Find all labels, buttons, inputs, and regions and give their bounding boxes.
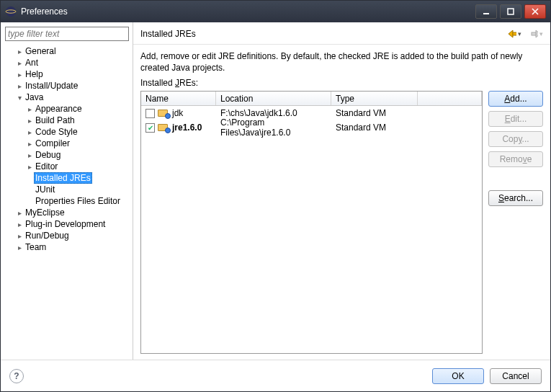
twisty-closed-icon[interactable]: ▸	[15, 220, 24, 228]
help-icon: ?	[14, 371, 19, 381]
side-buttons: Add... Edit... Copy... Remove	[488, 91, 543, 354]
tree-item[interactable]: ▸MyEclipse	[5, 207, 131, 218]
help-button[interactable]: ?	[9, 369, 24, 383]
search-button[interactable]: Search...	[488, 190, 543, 206]
tree-item-label: Build Path	[34, 115, 76, 125]
ok-button[interactable]: OK	[432, 368, 484, 384]
table-body: jdkF:\chs\Java\jdk1.6.0Standard VM✔jre1.…	[141, 106, 482, 353]
twisty-closed-icon[interactable]: ▸	[25, 128, 34, 136]
cell-type: Standard VM	[331, 122, 418, 133]
tree-item[interactable]: JUnit	[5, 184, 131, 195]
jre-name: jdk	[172, 108, 183, 118]
cell-location: F:\chs\Java\jdk1.6.0	[216, 108, 331, 118]
tree-item[interactable]: ▸Help	[5, 68, 131, 80]
cancel-button[interactable]: Cancel	[490, 368, 542, 384]
arrow-left-icon	[507, 30, 516, 38]
column-header-name[interactable]: Name	[141, 92, 216, 105]
cell-name: ✔jre1.6.0	[141, 122, 216, 133]
sidebar: ▸General▸Ant▸Help▸Install/Update▾Java▸Ap…	[1, 22, 133, 360]
tree-item-label: JUnit	[34, 184, 56, 195]
tree-item-label: Code Style	[34, 127, 79, 137]
tree-item-label: Properties Files Editor	[34, 196, 122, 206]
nav-back-button[interactable]: ▾	[507, 28, 521, 40]
twisty-closed-icon[interactable]: ▸	[15, 232, 24, 240]
tree-item-label: MyEclipse	[24, 208, 66, 218]
minimize-button[interactable]	[475, 4, 497, 19]
twisty-closed-icon[interactable]: ▸	[25, 117, 34, 125]
tree-item[interactable]: Properties Files Editor	[5, 195, 131, 207]
add-button[interactable]: Add...	[488, 91, 543, 107]
svg-marker-6	[509, 30, 513, 37]
twisty-open-icon[interactable]: ▾	[15, 94, 24, 102]
jre-folder-icon	[158, 122, 169, 133]
category-tree[interactable]: ▸General▸Ant▸Help▸Install/Update▾Java▸Ap…	[1, 45, 133, 360]
close-button[interactable]	[524, 4, 546, 19]
tree-item-label: Ant	[24, 58, 40, 68]
jre-name: jre1.6.0	[172, 122, 202, 133]
window-title: Preferences	[21, 6, 68, 17]
jre-checkbox[interactable]: ✔	[145, 123, 155, 133]
copy-button: Copy...	[488, 131, 543, 147]
cell-name: jdk	[141, 108, 216, 118]
twisty-closed-icon[interactable]: ▸	[25, 105, 34, 113]
tree-item[interactable]: ▸Ant	[5, 57, 131, 68]
footer-buttons: OK Cancel	[432, 368, 542, 384]
tree-item[interactable]: ▸Editor	[5, 161, 131, 172]
tree-item[interactable]: ▸Compiler	[5, 138, 131, 149]
jre-list-label: Installed JREs:	[133, 76, 550, 91]
jre-checkbox[interactable]	[145, 109, 155, 118]
tree-item[interactable]: Installed JREs	[5, 172, 131, 184]
twisty-closed-icon[interactable]: ▸	[15, 59, 24, 67]
twisty-closed-icon[interactable]: ▸	[15, 244, 24, 251]
tree-item[interactable]: ▸Team	[5, 241, 131, 253]
twisty-closed-icon[interactable]: ▸	[15, 209, 24, 217]
twisty-closed-icon[interactable]: ▸	[25, 163, 34, 171]
maximize-icon	[507, 8, 514, 15]
dropdown-caret-icon: ▾	[539, 30, 543, 37]
filter-input[interactable]	[5, 27, 129, 41]
description-text: Add, remove or edit JRE definitions. By …	[133, 45, 550, 76]
nav-forward-button[interactable]: ▾	[529, 28, 543, 40]
tree-item-label: Install/Update	[24, 81, 79, 91]
table-row[interactable]: ✔jre1.6.0C:\Program Files\Java\jre1.6.0S…	[141, 120, 482, 135]
twisty-closed-icon[interactable]: ▸	[25, 140, 34, 148]
table-header: Name Location Type	[141, 92, 482, 106]
tree-item[interactable]: ▸Appearance	[5, 103, 131, 115]
tree-item[interactable]: ▸Debug	[5, 149, 131, 161]
tree-item[interactable]: ▾Java	[5, 92, 131, 103]
cell-type: Standard VM	[331, 108, 418, 118]
titlebar: Preferences	[1, 1, 550, 22]
maximize-button[interactable]	[500, 4, 521, 19]
edit-button: Edit...	[488, 111, 543, 127]
close-icon	[532, 8, 539, 15]
twisty-closed-icon[interactable]: ▸	[15, 82, 24, 90]
footer: ? OK Cancel	[1, 360, 550, 391]
page-title: Installed JREs	[140, 29, 196, 39]
svg-rect-2	[483, 13, 489, 14]
tree-item[interactable]: ▸General	[5, 45, 131, 57]
preferences-window: Preferences ▸General▸Ant▸Help▸Install/Up…	[0, 0, 551, 392]
main-panel: Installed JREs ▾	[133, 22, 550, 360]
column-header-location[interactable]: Location	[216, 92, 331, 105]
twisty-closed-icon[interactable]: ▸	[25, 151, 34, 159]
content-area: ▸General▸Ant▸Help▸Install/Update▾Java▸Ap…	[1, 22, 550, 360]
twisty-closed-icon[interactable]: ▸	[15, 48, 24, 55]
tree-item-label: Plug-in Development	[24, 219, 107, 229]
tree-item[interactable]: ▸Code Style	[5, 126, 131, 138]
grid-row: Name Location Type jdkF:\chs\Java\jdk1.6…	[133, 91, 550, 360]
filter-box	[1, 22, 133, 45]
tree-item-label: Installed JREs	[34, 172, 92, 184]
tree-item-label: Java	[24, 92, 45, 102]
tree-item[interactable]: ▸Plug-in Development	[5, 218, 131, 230]
minimize-icon	[483, 8, 490, 15]
jre-folder-icon	[158, 108, 169, 118]
remove-button: Remove	[488, 151, 543, 167]
twisty-closed-icon[interactable]: ▸	[15, 71, 24, 79]
jre-table[interactable]: Name Location Type jdkF:\chs\Java\jdk1.6…	[140, 91, 483, 354]
tree-item[interactable]: ▸Install/Update	[5, 80, 131, 92]
column-header-type[interactable]: Type	[331, 92, 418, 105]
tree-item[interactable]: ▸Build Path	[5, 115, 131, 126]
tree-item-label: Editor	[34, 161, 59, 172]
tree-item[interactable]: ▸Run/Debug	[5, 230, 131, 241]
tree-item-label: Appearance	[34, 104, 84, 114]
